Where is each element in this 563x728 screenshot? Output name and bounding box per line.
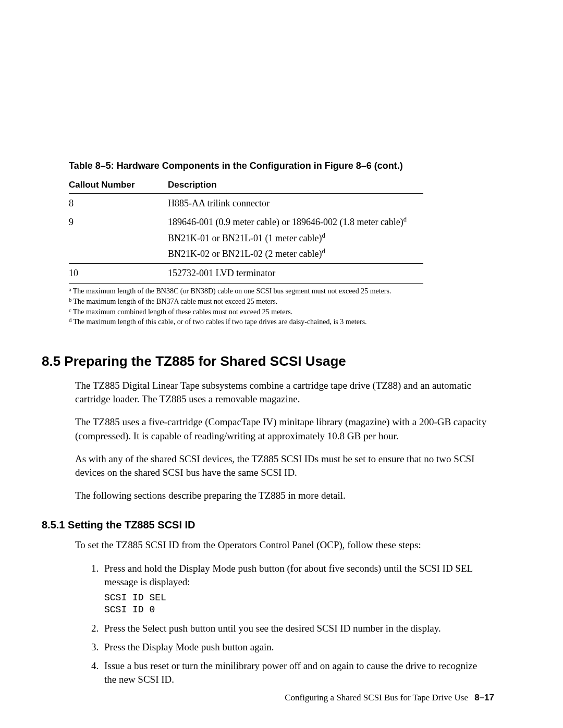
cell-description: H885-AA trilink connector bbox=[168, 194, 423, 213]
cell-description: 152732-001 LVD terminator bbox=[168, 264, 423, 283]
part-text: 189646-001 (0.9 meter cable) or 189646-0… bbox=[168, 217, 403, 227]
step-item: Press the Display Mode push button again… bbox=[101, 640, 491, 654]
paragraph: The following sections describe preparin… bbox=[75, 489, 491, 502]
footnote-a: a The maximum length of the BN38C (or BN… bbox=[69, 286, 423, 297]
step-text: Press and hold the Display Mode push but… bbox=[104, 563, 472, 587]
hardware-components-table: Callout Number Description 8 H885-AA tri… bbox=[69, 177, 423, 282]
table-row: 8 H885-AA trilink connector bbox=[69, 194, 423, 213]
cell-description: 189646-001 (0.9 meter cable) or 189646-0… bbox=[168, 213, 423, 263]
section-heading-8-5: 8.5 Preparing the TZ885 for Shared SCSI … bbox=[42, 353, 495, 369]
col-header-callout: Callout Number bbox=[69, 177, 168, 194]
footnote-d: d The maximum length of this cable, or o… bbox=[69, 317, 423, 327]
paragraph: As with any of the shared SCSI devices, … bbox=[75, 452, 491, 479]
cell-callout: 9 bbox=[69, 213, 168, 263]
page-footer: Configuring a Shared SCSI Bus for Tape D… bbox=[285, 693, 494, 703]
footer-page-number: 8–17 bbox=[474, 693, 494, 702]
part-text: BN21K-02 or BN21L-02 (2 meter cable) bbox=[168, 249, 322, 259]
table-caption: Table 8–5: Hardware Components in the Co… bbox=[69, 161, 495, 171]
table-header-row: Callout Number Description bbox=[69, 177, 423, 194]
step-item: Press and hold the Display Mode push but… bbox=[101, 562, 491, 616]
footer-chapter: Configuring a Shared SCSI Bus for Tape D… bbox=[285, 693, 468, 702]
page: Table 8–5: Hardware Components in the Co… bbox=[0, 0, 563, 728]
paragraph: To set the TZ885 SCSI ID from the Operat… bbox=[75, 538, 491, 552]
table-row: 9 189646-001 (0.9 meter cable) or 189646… bbox=[69, 213, 423, 263]
table-footnotes: a The maximum length of the BN38C (or BN… bbox=[69, 283, 423, 327]
footnote-ref-d: d bbox=[322, 232, 325, 239]
footnote-c: c The maximum combined length of these c… bbox=[69, 307, 423, 317]
table-row: 10 152732-001 LVD terminator bbox=[69, 264, 423, 283]
step-item: Press the Select push button until you s… bbox=[101, 622, 491, 635]
cell-callout: 8 bbox=[69, 194, 168, 213]
code-block: SCSI ID SEL SCSI ID 0 bbox=[104, 592, 491, 616]
paragraph: The TZ885 uses a five-cartridge (CompacT… bbox=[75, 415, 491, 442]
part-text: BN21K-01 or BN21L-01 (1 meter cable) bbox=[168, 233, 322, 243]
step-item: Issue a bus reset or turn the minilibrar… bbox=[101, 659, 491, 686]
col-header-description: Description bbox=[168, 177, 423, 194]
footnote-b: b The maximum length of the BN37A cable … bbox=[69, 297, 423, 307]
cell-callout: 10 bbox=[69, 264, 168, 283]
paragraph: The TZ885 Digital Linear Tape subsystems… bbox=[75, 379, 491, 406]
footnote-ref-d: d bbox=[322, 248, 325, 255]
section-heading-8-5-1: 8.5.1 Setting the TZ885 SCSI ID bbox=[42, 519, 495, 531]
steps-list: Press and hold the Display Mode push but… bbox=[75, 562, 491, 687]
footnote-ref-d: d bbox=[403, 216, 407, 223]
